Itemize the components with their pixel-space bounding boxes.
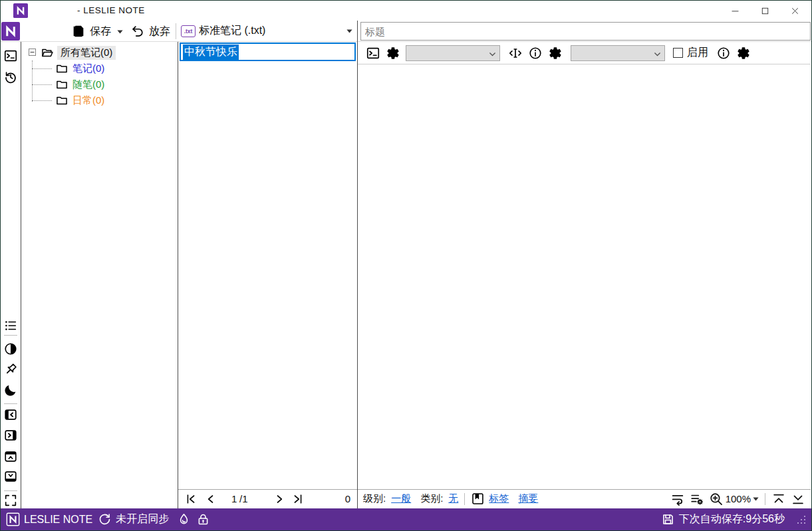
chevron-down-icon xyxy=(653,50,662,58)
collapse-panel-right-icon[interactable] xyxy=(3,428,18,443)
close-icon xyxy=(789,5,801,17)
txt-file-icon: .txt xyxy=(181,25,196,37)
lock-icon[interactable] xyxy=(196,512,210,526)
zoom-level[interactable]: 100% xyxy=(726,493,751,504)
app-logo-icon xyxy=(13,3,28,18)
info-icon[interactable] xyxy=(528,46,543,60)
close-button[interactable] xyxy=(780,1,810,21)
word-wrap-icon[interactable] xyxy=(670,492,685,506)
contrast-theme-icon[interactable] xyxy=(3,342,18,356)
level-label: 级别: xyxy=(363,492,386,505)
fullscreen-icon[interactable] xyxy=(3,493,18,508)
gear-icon[interactable] xyxy=(736,46,751,60)
titlebar: - LESLIE NOTE xyxy=(1,1,811,21)
minimize-button[interactable] xyxy=(720,1,750,21)
note-type-label: 标准笔记 (.txt) xyxy=(199,24,265,38)
first-page-icon[interactable] xyxy=(184,492,198,506)
note-title-selected-text: 中秋节快乐 xyxy=(183,45,239,60)
pin-icon[interactable] xyxy=(3,362,18,377)
zoom-caret-icon[interactable] xyxy=(753,497,759,501)
app-window: - LESLIE NOTE 保存 xyxy=(0,0,812,531)
strip-separator xyxy=(4,335,17,336)
note-title-input[interactable] xyxy=(360,22,811,41)
sync-status-text[interactable]: 未开启同步 xyxy=(116,512,169,526)
resize-grip[interactable] xyxy=(797,515,806,524)
tree-collapse-icon[interactable] xyxy=(29,49,36,56)
window-title: - LESLIE NOTE xyxy=(77,1,145,21)
sync-icon[interactable] xyxy=(98,512,112,526)
bookmark-icon[interactable] xyxy=(471,492,485,506)
tags-link[interactable]: 标签 xyxy=(489,492,509,505)
terminal-icon[interactable] xyxy=(366,46,380,60)
main-toolbar: 保存 放弃 .txt 标准笔记 (.txt) xyxy=(1,21,811,42)
footer-separator xyxy=(464,493,465,505)
summary-link[interactable]: 摘要 xyxy=(518,492,538,505)
save-label: 保存 xyxy=(90,25,111,39)
page-total: /1 xyxy=(239,493,248,504)
gear-icon[interactable] xyxy=(548,46,563,60)
editor-toolbar: 启用 xyxy=(358,42,811,64)
caret-down-icon xyxy=(346,29,352,33)
dark-mode-moon-icon[interactable] xyxy=(3,383,18,397)
gear-icon[interactable] xyxy=(386,46,400,60)
statusbar: LESLIE NOTE 未开启同步 下次自动保存:9分56秒 xyxy=(1,508,811,530)
history-icon[interactable] xyxy=(3,70,18,84)
page-current: 1 xyxy=(231,493,237,504)
editor-footer: 级别: 一般 类别: 无 标签 摘要 xyxy=(358,489,811,508)
undo-icon xyxy=(130,24,145,39)
tree-item-essays[interactable]: 随笔(0) xyxy=(21,76,178,92)
enable-checkbox[interactable] xyxy=(673,48,683,58)
tree-item-daily[interactable]: 日常(0) xyxy=(21,92,178,108)
strip-separator xyxy=(4,403,17,404)
folder-tree-panel: 所有笔记(0) 笔记(0) 随笔(0) 日常(0) xyxy=(21,42,178,508)
minimize-icon xyxy=(730,5,741,17)
tree-item-all-notes[interactable]: 所有笔记(0) xyxy=(21,45,178,60)
statusbar-app-name: LESLIE NOTE xyxy=(24,514,92,526)
tree-item-label: 随笔(0) xyxy=(72,78,104,91)
save-dropdown-button[interactable] xyxy=(117,30,123,34)
zoom-in-icon[interactable] xyxy=(709,492,724,506)
open-folder-icon xyxy=(41,46,54,59)
category-label: 类别: xyxy=(420,492,443,505)
info-icon[interactable] xyxy=(716,46,731,60)
text-cursor-icon[interactable] xyxy=(508,46,523,60)
note-type-select[interactable]: 标准笔记 (.txt) xyxy=(199,24,265,38)
app-logo-status-icon xyxy=(6,512,20,526)
editor-select-2[interactable] xyxy=(571,45,665,61)
collapse-panel-left-icon[interactable] xyxy=(3,407,18,422)
flame-icon[interactable] xyxy=(177,512,191,526)
editor-body[interactable] xyxy=(358,64,811,489)
collapse-panel-up-icon[interactable] xyxy=(3,449,18,464)
maximize-button[interactable] xyxy=(750,1,780,21)
discard-button[interactable]: 放弃 xyxy=(130,24,170,39)
terminal-icon[interactable] xyxy=(3,49,18,63)
caret-down-icon xyxy=(117,30,123,34)
tree-item-notes[interactable]: 笔记(0) xyxy=(21,60,178,76)
enable-label: 启用 xyxy=(687,46,708,60)
chevron-down-icon xyxy=(488,50,497,58)
left-icon-strip xyxy=(1,42,21,508)
autosave-countdown: 下次自动保存:9分56秒 xyxy=(679,512,785,526)
previous-page-icon[interactable] xyxy=(204,492,217,506)
category-value-link[interactable]: 无 xyxy=(448,492,458,505)
pagination-bar: 1 /1 0 xyxy=(178,489,357,508)
save-button[interactable]: 保存 xyxy=(71,24,111,39)
editor-panel: 启用 级别: 一般 类别: 无 标签 摘要 xyxy=(358,42,811,508)
bullet-list-icon[interactable] xyxy=(3,318,18,333)
note-type-caret[interactable] xyxy=(346,29,352,33)
level-value-link[interactable]: 一般 xyxy=(391,492,411,505)
folder-icon xyxy=(55,78,68,91)
scroll-to-bottom-icon[interactable] xyxy=(791,492,805,506)
next-page-icon[interactable] xyxy=(273,492,286,506)
list-settings-icon[interactable] xyxy=(690,492,704,506)
last-page-icon[interactable] xyxy=(291,492,305,506)
discard-label: 放弃 xyxy=(149,25,170,39)
save-floppy-icon xyxy=(71,24,86,39)
strip-separator xyxy=(4,490,17,491)
folder-icon xyxy=(55,62,68,75)
collapse-panel-down-icon[interactable] xyxy=(3,469,18,484)
note-rename-input[interactable]: 中秋节快乐 xyxy=(180,43,356,61)
scroll-to-top-icon[interactable] xyxy=(771,492,786,506)
folder-icon xyxy=(55,94,68,107)
editor-select-1[interactable] xyxy=(406,45,500,61)
